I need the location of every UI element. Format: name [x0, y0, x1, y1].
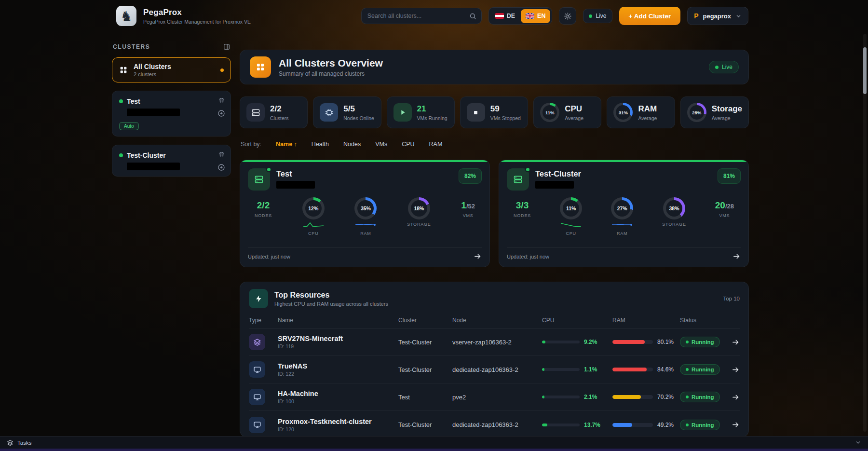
cpu-gauge: 12% — [302, 197, 325, 219]
storage-label: STORAGE — [407, 222, 431, 227]
redacted-host — [127, 163, 180, 170]
tasks-bar[interactable]: Tasks — [0, 436, 868, 449]
live-dot-icon — [589, 14, 592, 18]
open-resource-arrow-icon[interactable] — [732, 421, 740, 429]
col-cpu: CPU — [542, 317, 612, 324]
ram-label: RAM — [617, 231, 627, 236]
open-cluster-arrow-icon[interactable] — [474, 252, 482, 260]
sort-option-nodes[interactable]: Nodes — [343, 141, 361, 148]
vm-name: SRV27NS-Minecraft — [278, 335, 398, 342]
lang-en-label: EN — [537, 13, 545, 19]
page-subtitle: Summary of all managed clusters — [279, 70, 383, 77]
ram-stat: 27% RAM — [611, 197, 633, 247]
chevron-down-icon[interactable] — [855, 439, 861, 446]
stat-cpu-average: 11% CPUAverage — [533, 96, 601, 128]
gauge-value: 38% — [666, 200, 682, 217]
col-type: Type — [249, 317, 278, 324]
stat-label: Clusters — [270, 115, 289, 121]
user-menu[interactable]: P pegaprox — [687, 7, 748, 25]
ram-gauge: 35% — [354, 197, 377, 219]
bottom-accent-line — [0, 449, 868, 451]
scrollbar-thumb[interactable] — [863, 47, 867, 94]
gauge-value: 28% — [690, 105, 704, 120]
table-row[interactable]: Proxmox-Testknecht-clusterID: 120 Test-C… — [249, 411, 740, 437]
col-name: Name — [278, 317, 398, 324]
stat-sublabel: Average — [712, 115, 742, 121]
sort-option-name[interactable]: Name ↑ — [276, 141, 297, 148]
settings-button[interactable] — [559, 7, 576, 25]
open-cluster-arrow-icon[interactable] — [732, 252, 741, 260]
sidebar-panel-icon[interactable] — [223, 43, 230, 50]
ram-bar-cell: 49.2% — [612, 422, 680, 428]
trash-icon[interactable] — [218, 97, 225, 104]
search-icon — [469, 13, 476, 20]
ram-value: 84.6% — [657, 366, 674, 373]
layers-icon — [7, 439, 14, 446]
cluster-card-test-cluster[interactable]: Test-Cluster 81% 3/3 NODES 11% CPU 27% — [499, 160, 749, 267]
nodes-stat: 3/3 NODES — [514, 197, 531, 247]
trash-icon[interactable] — [218, 151, 225, 158]
running-dot-icon — [686, 424, 689, 426]
add-cluster-button[interactable]: + Add Cluster — [619, 7, 681, 25]
vm-cluster: Test — [398, 394, 452, 401]
col-cluster: Cluster — [398, 317, 452, 324]
lang-de-label: DE — [507, 13, 515, 19]
gauge-value: 31% — [616, 105, 630, 120]
vm-cluster: Test-Cluster — [398, 339, 452, 346]
storage-stat: 18% STORAGE — [407, 197, 431, 247]
nodes-value: 2/2 — [257, 200, 270, 211]
sort-option-vms[interactable]: VMs — [375, 141, 387, 148]
vms-running: 20 — [715, 200, 725, 210]
cluster-search[interactable] — [361, 8, 482, 24]
auto-badge: Auto — [119, 122, 139, 130]
vm-cluster: Test-Cluster — [398, 421, 452, 428]
cpu-stat: 11% CPU — [560, 197, 582, 247]
sidebar-item-cluster-test[interactable]: Test Auto — [112, 91, 231, 137]
cluster-name: Test — [127, 97, 140, 105]
table-row[interactable]: HA-MachineID: 100 Test pve2 2.1% 70.2% R… — [249, 383, 740, 411]
open-cluster-arrow-icon[interactable] — [217, 164, 225, 171]
vm-type-icon — [249, 361, 265, 378]
sort-option-health[interactable]: Health — [312, 141, 329, 148]
running-dot-icon — [686, 341, 689, 343]
lang-en-button[interactable]: EN — [521, 9, 550, 23]
status-badge: Running — [680, 337, 720, 347]
open-resource-arrow-icon[interactable] — [732, 338, 740, 346]
storage-label: STORAGE — [662, 222, 686, 227]
cluster-online-dot — [119, 99, 123, 103]
running-dot-icon — [686, 396, 689, 398]
lang-de-button[interactable]: DE — [490, 9, 520, 23]
overview-header-card: All Clusters Overview Summary of all man… — [240, 50, 749, 84]
open-cluster-arrow-icon[interactable] — [217, 109, 225, 117]
vm-id: ID: 100 — [278, 398, 398, 404]
table-row[interactable]: TrueNASID: 122 Test-Cluster dedicated-za… — [249, 356, 740, 383]
open-resource-arrow-icon[interactable] — [732, 366, 740, 374]
cpu-gauge: 11% — [560, 197, 582, 219]
sidebar-item-cluster-test-cluster[interactable]: Test-Cluster — [112, 145, 231, 177]
sort-option-cpu[interactable]: CPU — [402, 141, 414, 148]
tasks-label: Tasks — [17, 440, 31, 446]
cpu-value: 1.1% — [584, 366, 597, 373]
storage-gauge: 18% — [408, 197, 430, 219]
open-resource-arrow-icon[interactable] — [732, 393, 740, 401]
vms-label: VMS — [719, 213, 730, 218]
sort-label: Sort by: — [241, 141, 261, 148]
search-input[interactable] — [367, 13, 469, 19]
table-row[interactable]: SRV27NS-MinecraftID: 119 Test-Cluster vs… — [249, 328, 740, 356]
sidebar-item-all-clusters[interactable]: All Clusters 2 clusters — [112, 57, 231, 82]
ram-bar-cell: 84.6% — [612, 366, 680, 373]
austria-flag-icon — [495, 13, 504, 19]
cluster-card-test[interactable]: Test 82% 2/2 NODES 12% CPU 35% — [240, 160, 490, 267]
online-dot-icon — [525, 167, 530, 172]
vm-type-icon — [249, 389, 265, 405]
vm-node: pve2 — [452, 394, 542, 401]
container-type-icon — [249, 334, 265, 350]
sort-option-ram[interactable]: RAM — [429, 141, 443, 148]
col-node: Node — [452, 317, 542, 324]
stat-storage-average: 28% StorageAverage — [680, 96, 749, 128]
stat-ram-average: 31% RAMAverage — [607, 96, 675, 128]
nodes-label: NODES — [514, 213, 531, 218]
stat-label: VMs Running — [417, 115, 448, 121]
live-dot-icon — [715, 66, 719, 69]
vms-stat: 20/28 VMS — [715, 197, 734, 247]
